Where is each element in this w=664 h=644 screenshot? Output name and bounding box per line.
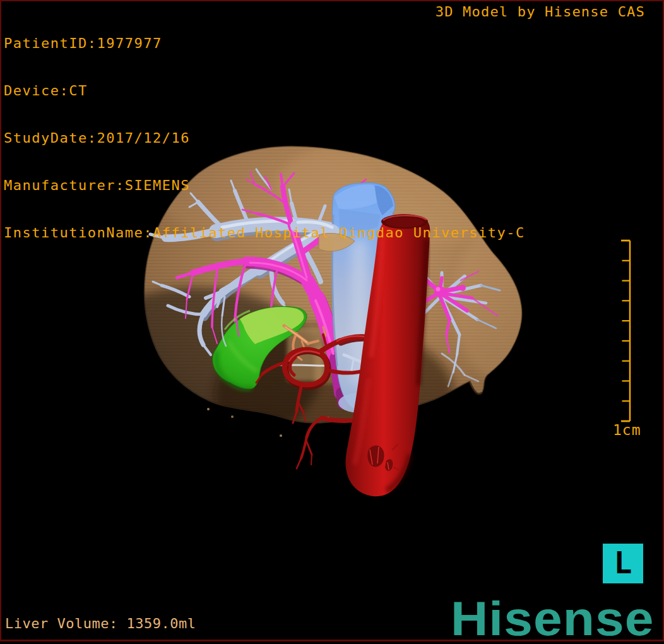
viewport-3d[interactable]: PatientID:1977977 Device:CT StudyDate:20… — [0, 0, 664, 644]
manufacturer-line: Manufacturer:SIEMENS — [4, 177, 525, 193]
orientation-marker-left[interactable]: L — [603, 544, 643, 583]
study-date-line: StudyDate:2017/12/16 — [4, 130, 525, 146]
patient-info-overlay: PatientID:1977977 Device:CT StudyDate:20… — [4, 4, 525, 272]
model-title: 3D Model by Hisense CAS — [436, 4, 645, 20]
hisense-logo: Hisense — [451, 595, 654, 643]
patient-id-line: PatientID:1977977 — [4, 35, 525, 51]
scale-bar-label: 1cm — [613, 422, 641, 438]
institution-line: InstitutionName:Affiliated Hospital Qing… — [4, 225, 525, 241]
scale-bar — [621, 241, 630, 421]
liver-volume-label: Liver Volume: 1359.0ml — [5, 616, 196, 631]
device-line: Device:CT — [4, 83, 525, 98]
